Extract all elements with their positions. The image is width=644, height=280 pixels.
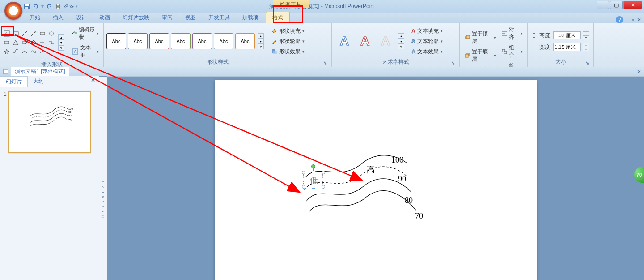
size-launcher-icon[interactable]: ⬊ (585, 60, 590, 66)
shape-fill-button[interactable]: 形状填充 (269, 26, 306, 36)
styles-up-icon[interactable]: ▴ (258, 33, 264, 39)
shape-scribble-icon[interactable] (38, 47, 47, 56)
wordart-preset-3[interactable]: A (376, 33, 395, 50)
shape-rrect-icon[interactable] (3, 39, 11, 47)
shapes-gallery[interactable]: A ⋯ (3, 30, 55, 56)
style-preset-1[interactable]: Abc (106, 33, 126, 49)
document-tab[interactable]: 演示文稿1 [兼容模式] (11, 67, 69, 76)
shape-arrow-line-icon[interactable] (30, 30, 38, 38)
shape-styles-gallery[interactable]: Abc Abc Abc Abc Abc Abc Abc (106, 33, 255, 49)
wordart-preset-2[interactable]: A (355, 33, 375, 50)
tab-insert[interactable]: 插入 (47, 12, 70, 23)
wordart-preset-1[interactable]: A (335, 33, 354, 50)
maximize-button[interactable]: ▢ (610, 1, 623, 9)
handle-ml[interactable] (302, 178, 305, 181)
shape-rarrow-icon[interactable] (21, 39, 29, 47)
handle-mr[interactable] (322, 178, 325, 181)
shape-connector-icon[interactable] (47, 39, 55, 47)
contour-70[interactable] (304, 185, 418, 226)
shape-diamond-icon[interactable] (30, 39, 38, 47)
style-preset-5[interactable]: Abc (192, 33, 212, 49)
qat-item-x2[interactable]: x₂ (69, 4, 74, 9)
group-button[interactable]: 组合 (500, 43, 525, 60)
tab-addins[interactable]: 加载项 (236, 12, 265, 23)
align-button[interactable]: 对齐 (500, 25, 525, 42)
shape-freeform-icon[interactable] (30, 47, 38, 56)
close-button[interactable]: ✕ (623, 1, 642, 9)
tab-review[interactable]: 审阅 (156, 12, 179, 23)
handle-tc[interactable] (312, 171, 315, 174)
shape-star-icon[interactable] (3, 47, 11, 56)
shape-arrow-icon[interactable] (38, 39, 47, 47)
canvas-area[interactable]: 高 100 90 80 70 低 (107, 77, 644, 280)
shape-outline-button[interactable]: 形状轮廓 (269, 37, 306, 46)
style-preset-7[interactable]: Abc (235, 33, 255, 49)
shapes-down-icon[interactable]: ▾ (58, 40, 64, 45)
tab-outline[interactable]: 大纲 (28, 76, 49, 87)
shape-more-icon[interactable]: ⋯ (47, 47, 55, 56)
tab-home[interactable]: 开始 (23, 12, 47, 23)
tab-slideshow[interactable]: 幻灯片放映 (116, 12, 156, 23)
wordart-gallery[interactable]: A A A (335, 33, 395, 50)
width-down-icon[interactable]: ▾ (583, 47, 589, 51)
qat-item-x1[interactable]: x² (64, 4, 68, 9)
shape-effects-button[interactable]: 形状效果 (269, 47, 306, 56)
shape-elbow-icon[interactable] (12, 47, 20, 56)
wordart-down-icon[interactable]: ▾ (398, 39, 404, 44)
shape-triangle-icon[interactable] (12, 39, 20, 47)
shape-oval-icon[interactable] (47, 30, 55, 38)
qat-dropdown[interactable]: ▾ (76, 4, 78, 9)
minimize-button[interactable]: ─ (597, 1, 609, 9)
text-box-button[interactable]: A 文本框 (70, 43, 101, 60)
tab-animation[interactable]: 动画 (93, 12, 116, 23)
redo-icon[interactable] (46, 3, 53, 10)
selected-textbox[interactable]: 低 (303, 172, 323, 186)
thumbnail-1[interactable]: 1 100 90 80 70 (4, 91, 95, 153)
tab-view[interactable]: 视图 (179, 12, 202, 23)
help-icon[interactable]: ? (616, 16, 623, 23)
width-up-icon[interactable]: ▴ (583, 43, 589, 47)
label-high[interactable]: 高 (367, 164, 375, 175)
shape-textbox2-icon[interactable] (12, 30, 20, 38)
office-button[interactable] (4, 2, 22, 20)
tab-format[interactable]: 格式 (266, 12, 290, 23)
height-input[interactable] (553, 31, 581, 39)
handle-bl[interactable] (302, 185, 305, 189)
slide[interactable]: 高 100 90 80 70 低 (215, 80, 537, 280)
shape-styles-launcher-icon[interactable]: ⬊ (322, 60, 328, 66)
panel-close-icon[interactable]: ✕ (87, 76, 99, 87)
shape-textbox-icon[interactable]: A (3, 30, 11, 38)
shape-curve-icon[interactable] (21, 47, 29, 56)
handle-bc[interactable] (312, 185, 315, 189)
wordart-more-icon[interactable]: ▿ (398, 44, 404, 49)
label-low[interactable]: 低 (310, 175, 318, 185)
height-down-icon[interactable]: ▾ (583, 35, 589, 39)
edit-shape-button[interactable]: 编辑形状 (70, 25, 101, 42)
height-up-icon[interactable]: ▴ (583, 31, 589, 35)
style-preset-4[interactable]: Abc (171, 33, 191, 49)
save-icon[interactable] (23, 3, 30, 10)
send-back-button[interactable]: 置于底层 (462, 47, 498, 64)
tab-slides[interactable]: 幻灯片 (0, 76, 28, 87)
handle-tr[interactable] (322, 171, 325, 174)
tab-developer[interactable]: 开发工具 (202, 12, 236, 23)
shapes-up-icon[interactable]: ▴ (58, 34, 64, 40)
text-fill-button[interactable]: A 文本填充 (410, 26, 445, 36)
shape-line-icon[interactable] (21, 30, 29, 38)
style-preset-3[interactable]: Abc (149, 33, 169, 49)
styles-down-icon[interactable]: ▾ (258, 39, 264, 44)
ribbon-minimize-icon[interactable]: ─ (626, 17, 630, 23)
width-input[interactable] (553, 43, 581, 51)
print-icon[interactable] (55, 3, 62, 10)
style-preset-6[interactable]: Abc (214, 33, 233, 49)
handle-tl[interactable] (302, 171, 305, 174)
thumb-preview[interactable]: 100 90 80 70 (8, 91, 91, 153)
text-effects-button[interactable]: A 文本效果 (410, 47, 445, 56)
tab-design[interactable]: 设计 (70, 12, 93, 23)
doc-tab-close-icon[interactable]: ✕ (637, 69, 641, 75)
undo-icon[interactable] (32, 3, 39, 10)
wordart-launcher-icon[interactable]: ⬊ (450, 60, 456, 66)
ribbon-close-icon[interactable]: ✕ (637, 17, 641, 23)
shape-rect-icon[interactable] (38, 30, 47, 38)
bring-front-button[interactable]: 置于顶层 (462, 29, 498, 46)
